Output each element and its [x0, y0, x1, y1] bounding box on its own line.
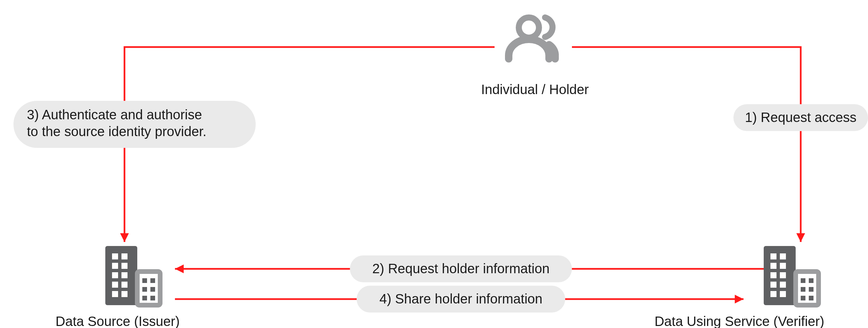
people-icon [509, 18, 555, 59]
edge-request-access [572, 47, 805, 242]
node-verifier-label: Data Using Service (Verifier) [654, 314, 824, 328]
svg-text:2) Request holder information: 2) Request holder information [372, 261, 550, 276]
node-verifier: Data Using Service (Verifier) [654, 246, 824, 328]
step-bubble-2: 2) Request holder information [350, 255, 572, 282]
svg-text:to the source identity provide: to the source identity provider. [27, 124, 207, 139]
node-issuer-label: Data Source (Issuer) [56, 314, 180, 328]
buildings-icon [105, 246, 160, 305]
node-holder: Individual / Holder [481, 18, 589, 97]
buildings-icon [764, 246, 818, 305]
node-holder-label: Individual / Holder [481, 82, 589, 97]
svg-text:3) Authenticate and authorise: 3) Authenticate and authorise [27, 107, 202, 122]
step-bubble-3: 3) Authenticate and authorise to the sou… [13, 101, 256, 148]
svg-text:1) Request access: 1) Request access [745, 110, 856, 125]
svg-text:4) Share holder information: 4) Share holder information [379, 291, 542, 306]
step-bubble-4: 4) Share holder information [356, 286, 565, 313]
node-issuer: Data Source (Issuer) [56, 246, 180, 328]
step-bubble-1: 1) Request access [734, 104, 868, 131]
federated-identity-diagram: 1) Request access 3) Authenticate and au… [0, 0, 868, 328]
